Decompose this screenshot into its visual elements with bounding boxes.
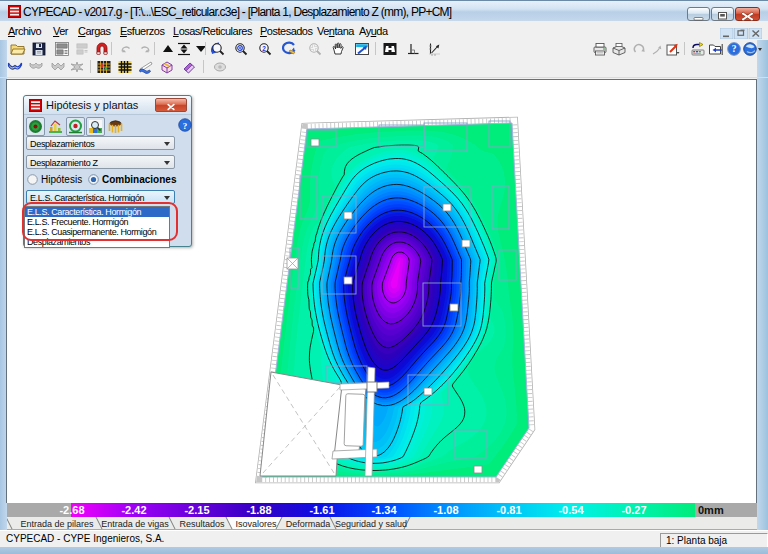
svg-text:Entrada de pilares: Entrada de pilares [20, 519, 94, 529]
svg-text:?: ? [732, 44, 737, 54]
svg-text:Deformada: Deformada [286, 519, 331, 529]
svg-text:2: 2 [262, 45, 266, 52]
svg-text:?: ? [183, 121, 188, 131]
svg-text:Isovalores: Isovalores [235, 519, 277, 529]
svg-text:Resultados: Resultados [179, 519, 225, 529]
svg-text:Entrada de vigas: Entrada de vigas [101, 519, 169, 529]
svg-text:Seguridad y salud: Seguridad y salud [335, 519, 407, 529]
